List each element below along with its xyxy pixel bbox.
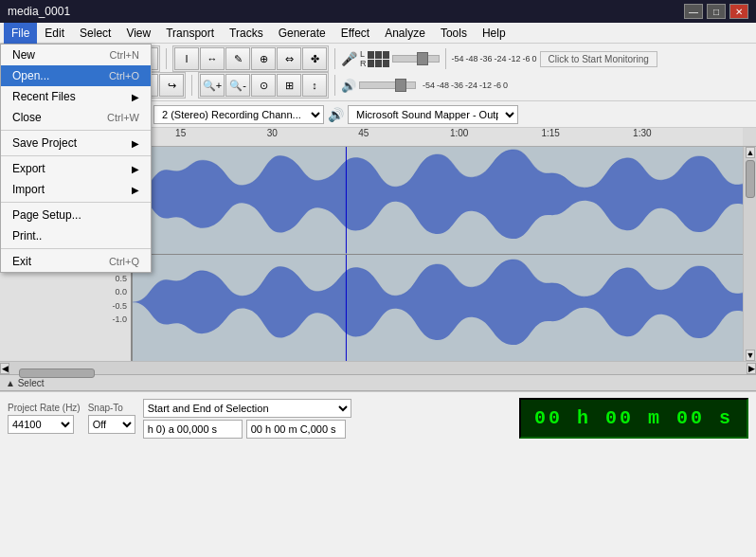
close-button[interactable]: ✕: [729, 4, 748, 19]
menu-print[interactable]: Print..: [1, 225, 151, 246]
envelope-tool[interactable]: ↔: [200, 47, 225, 70]
time-display: 00 h 00 m 00 s: [519, 398, 748, 439]
toolbar-sep-3: [445, 48, 446, 69]
redo-button[interactable]: ↪: [159, 74, 184, 97]
ruler-marks: 15 30 45 1:00 1:15 1:30: [133, 128, 743, 146]
toolbar-sep-4: [191, 75, 192, 96]
selection-tool[interactable]: I: [174, 47, 199, 70]
vscroll-thumb[interactable]: [746, 160, 755, 198]
vscroll-down[interactable]: ▼: [746, 350, 755, 361]
title-bar: media_0001 — □ ✕: [0, 0, 756, 23]
menu-save-project[interactable]: Save Project ▶: [1, 133, 151, 153]
ruler-mark-45: 45: [358, 128, 369, 138]
vu2-neg48: -48: [437, 81, 449, 90]
menu-new[interactable]: New Ctrl+N: [1, 45, 151, 65]
menu-analyze[interactable]: Analyze: [377, 23, 433, 44]
hscroll-thumb[interactable]: [19, 368, 95, 378]
mixer-toolbar: 🎤 LR: [341, 49, 440, 68]
waveform-svg-bottom: [133, 255, 743, 362]
hscroll-right[interactable]: ▶: [747, 363, 756, 374]
vu-label-neg24: -24: [495, 54, 507, 63]
zoom-in-button[interactable]: 🔍+: [200, 74, 225, 97]
mic-icon: 🎤: [341, 51, 357, 66]
zoom-out-button[interactable]: 🔍-: [225, 74, 250, 97]
ruler-mark-100: 1:00: [450, 128, 468, 138]
ruler-mark-115: 1:15: [541, 128, 559, 138]
speaker-icon: 🔊: [341, 79, 356, 93]
menu-generate[interactable]: Generate: [271, 23, 333, 44]
vu2-neg12: -12: [479, 81, 492, 90]
ruler-vscroll-spacer: [743, 128, 756, 146]
vu-seg: [383, 60, 389, 67]
vu2-neg54: -54: [423, 81, 435, 90]
menu-view[interactable]: View: [118, 23, 158, 44]
vu-bar-l: [368, 51, 389, 59]
menu-transport[interactable]: Transport: [158, 23, 222, 44]
toolbar-sep-2: [334, 48, 335, 69]
vu-label-neg54: -54: [452, 54, 464, 63]
selection-values: h 0) a 00,000 s 00 h 00 m C,000 s: [143, 420, 512, 439]
menu-export[interactable]: Export ▶: [1, 158, 151, 179]
vu-seg: [375, 60, 382, 67]
output-device-select[interactable]: Microsoft Sound Mapper - Output: [348, 105, 518, 124]
waveform-bottom[interactable]: [133, 255, 743, 362]
hscroll-left[interactable]: ◀: [0, 363, 9, 374]
waveform-top[interactable]: [133, 147, 743, 255]
selection-mode-select[interactable]: Start and End of Selection: [143, 399, 351, 418]
zoom-sel-button[interactable]: ⊙: [251, 74, 276, 97]
track-label-strip: ▲ Select: [0, 374, 756, 391]
minimize-button[interactable]: —: [684, 4, 703, 19]
click-to-monitor[interactable]: Click to Start Monitoring: [540, 51, 657, 67]
output-gain-slider[interactable]: [359, 81, 416, 89]
menu-help[interactable]: Help: [475, 23, 513, 44]
edit-toolbar: I ↔ ✎ ⊕ ⇔ ✤: [172, 45, 329, 72]
menu-exit[interactable]: Exit Ctrl+Q: [1, 251, 151, 272]
horizontal-scrollbar[interactable]: ◀ ▶: [0, 361, 756, 374]
project-rate-group: Project Rate (Hz) 44100: [8, 403, 81, 434]
menu-close[interactable]: Close Ctrl+W: [1, 107, 151, 128]
menu-page-setup[interactable]: Page Setup...: [1, 205, 151, 225]
vu-seg: [368, 51, 374, 59]
file-dropdown: New Ctrl+N Open... Ctrl+O Recent Files ▶…: [0, 44, 152, 273]
waveform-area[interactable]: [133, 147, 743, 361]
selection-start-display[interactable]: h 0) a 00,000 s: [143, 420, 243, 439]
channel-select[interactable]: 2 (Stereo) Recording Chann...: [153, 105, 324, 124]
zoom-toolbar: 🔍+ 🔍- ⊙ ⊞ ↕: [198, 72, 329, 99]
multi-tool[interactable]: ✤: [302, 47, 327, 70]
app-title: media_0001: [8, 5, 70, 18]
zoom-fit-vert[interactable]: ↕: [302, 74, 327, 97]
project-rate-select[interactable]: 44100: [8, 415, 74, 434]
selection-end-display[interactable]: 00 h 00 m C,000 s: [246, 420, 346, 439]
vertical-scrollbar[interactable]: ▲ ▼: [743, 147, 756, 361]
input-vu: LR: [360, 49, 389, 68]
separator-2: [1, 155, 151, 156]
maximize-button[interactable]: □: [707, 4, 726, 19]
vscroll-up[interactable]: ▲: [746, 147, 755, 158]
window-controls: — □ ✕: [684, 4, 748, 19]
select-label: ▲ Select: [6, 378, 44, 388]
menu-edit[interactable]: Edit: [37, 23, 72, 44]
menu-tracks[interactable]: Tracks: [222, 23, 271, 44]
selection-end-value: 00 h 00 m C,000 s: [251, 423, 336, 435]
scale2-0.5: 0.5: [4, 272, 127, 285]
menu-file[interactable]: File: [4, 23, 37, 44]
draw-tool[interactable]: ✎: [225, 47, 250, 70]
waveform-svg-top: [133, 147, 743, 254]
menu-tools[interactable]: Tools: [433, 23, 475, 44]
zoom-fit-button[interactable]: ⊞: [277, 74, 301, 97]
scale2-neg0.5: -0.5: [4, 299, 127, 313]
menu-select[interactable]: Select: [72, 23, 118, 44]
vu-scale: -54 -48 -36 -24 -12 -6 0: [452, 54, 537, 63]
input-gain-slider[interactable]: [392, 55, 440, 63]
menu-open[interactable]: Open... Ctrl+O: [1, 65, 151, 86]
menu-recent-files[interactable]: Recent Files ▶: [1, 86, 151, 107]
menu-import[interactable]: Import ▶: [1, 179, 151, 200]
snap-to-select[interactable]: Off: [88, 415, 135, 434]
vu-seg: [375, 51, 382, 59]
output-controls: 🔊: [341, 79, 416, 93]
zoom-tool[interactable]: ⊕: [251, 47, 276, 70]
vu-label-neg36: -36: [480, 54, 493, 63]
vu-seg: [383, 51, 389, 59]
menu-effect[interactable]: Effect: [333, 23, 377, 44]
time-shift-tool[interactable]: ⇔: [277, 47, 301, 70]
